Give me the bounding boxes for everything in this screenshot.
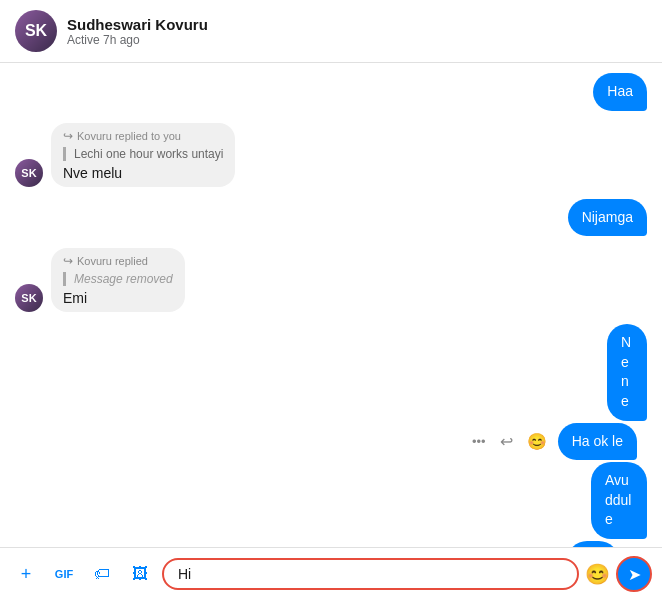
reply-message-1: Nve melu: [63, 165, 223, 181]
reply-action-icon[interactable]: ↩: [497, 429, 516, 454]
message-input-wrapper: [162, 558, 579, 590]
bubble-avuddule: Avuddule: [591, 462, 647, 539]
gif-button[interactable]: GIF: [48, 558, 80, 590]
dots-action-icon[interactable]: •••: [469, 431, 489, 452]
message-row-received-2: SK ↪ Kovuru replied Message removed Emi: [15, 248, 647, 312]
message-row-sent-1: Haa: [15, 73, 647, 111]
sent-group-1: Nene ••• ↩ 😊 Ha ok le Avuddule Bye U: [15, 324, 647, 547]
sticker-button[interactable]: 🏷: [86, 558, 118, 590]
reply-quote-2: Message removed: [63, 272, 173, 286]
reply-arrow-icon-2: ↪: [63, 254, 73, 268]
emoji-action-icon[interactable]: 😊: [524, 429, 550, 454]
send-icon: ➤: [628, 565, 641, 584]
message-row-sent-avuddule: Avuddule: [561, 462, 647, 539]
reply-label-text-1: Kovuru replied to you: [77, 130, 181, 142]
reply-quote-1: Lechi one hour works untayi: [63, 147, 223, 161]
plus-icon: +: [21, 564, 32, 585]
reply-message-2: Emi: [63, 290, 173, 306]
bubble-sent-1: Haa: [593, 73, 647, 111]
emoji-picker-button[interactable]: 😊: [585, 562, 610, 586]
bubble-sent-2: Nijamga: [568, 199, 647, 237]
chat-area: Haa SK ↪ Kovuru replied to you Lechi one…: [0, 63, 662, 547]
bubble-haokle: Ha ok le: [558, 423, 637, 461]
contact-status: Active 7h ago: [67, 33, 208, 47]
chat-header: SK Sudheswari Kovuru Active 7h ago: [0, 0, 662, 63]
send-button[interactable]: ➤: [616, 556, 652, 592]
plus-button[interactable]: +: [10, 558, 42, 590]
message-row-sent-2: Nijamga: [15, 199, 647, 237]
received-avatar-1: SK: [15, 159, 43, 187]
reply-bubble-2: ↪ Kovuru replied Message removed Emi: [51, 248, 185, 312]
input-area: + GIF 🏷 🖼 😊 ➤: [0, 547, 662, 600]
gif-icon: GIF: [55, 568, 73, 580]
reply-label-2: ↪ Kovuru replied: [63, 254, 173, 268]
message-row-sent-nene: Nene: [586, 324, 647, 420]
image-icon: 🖼: [132, 565, 148, 583]
removed-text: Message removed: [74, 272, 173, 286]
avatar-image: SK: [15, 10, 57, 52]
received-avatar-2: SK: [15, 284, 43, 312]
bubble-nene: Nene: [607, 324, 647, 420]
reply-label-text-2: Kovuru replied: [77, 255, 148, 267]
contact-name: Sudheswari Kovuru: [67, 16, 208, 33]
contact-avatar: SK: [15, 10, 57, 52]
message-row-received-1: SK ↪ Kovuru replied to you Lechi one hou…: [15, 123, 647, 187]
reply-label-1: ↪ Kovuru replied to you: [63, 129, 223, 143]
header-info: Sudheswari Kovuru Active 7h ago: [67, 16, 208, 47]
emoji-icon: 😊: [585, 563, 610, 585]
message-input[interactable]: [178, 566, 563, 582]
image-button[interactable]: 🖼: [124, 558, 156, 590]
reply-bubble-1: ↪ Kovuru replied to you Lechi one hour w…: [51, 123, 235, 187]
reply-arrow-icon: ↪: [63, 129, 73, 143]
sticker-icon: 🏷: [94, 565, 110, 583]
